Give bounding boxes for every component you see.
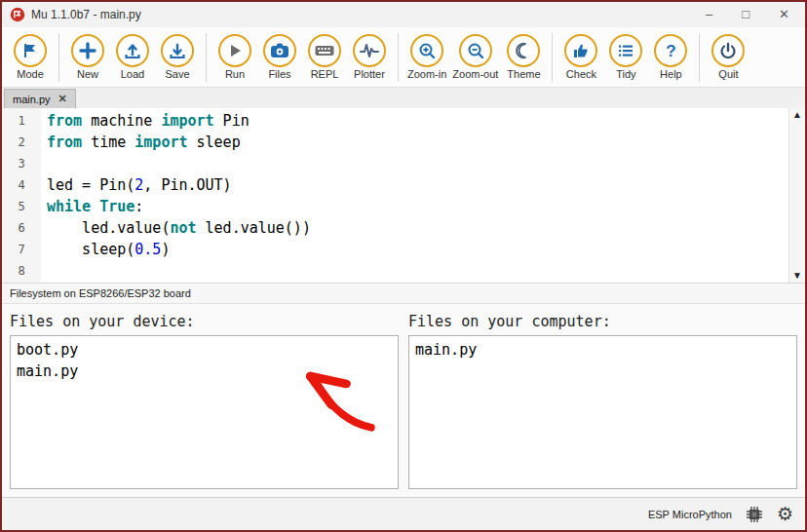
toolbar-button-label: Help [660, 68, 682, 80]
code-text: led = Pin(2, Pin.OUT) [41, 174, 232, 196]
tab-close-icon[interactable]: ✕ [58, 93, 67, 105]
files-pane: Files on your device: boot.pymain.py Fil… [2, 304, 805, 497]
line-number: 4 [2, 174, 41, 196]
device-file-list[interactable]: boot.pymain.py [10, 335, 399, 489]
status-bar: ESP MicroPython ⚙ [2, 497, 805, 530]
code-text [41, 153, 47, 174]
toolbar-separator [699, 33, 700, 82]
code-area[interactable]: 1from machine import Pin2from time impor… [2, 108, 788, 283]
title-bar: Mu 1.1.0b7 - main.py – □ ✕ [2, 2, 805, 27]
editor-scrollbar[interactable]: ▲ ▼ [788, 108, 805, 283]
new-button[interactable]: New [67, 34, 108, 80]
theme-icon [507, 34, 540, 67]
mode-icon [14, 34, 47, 67]
file-item[interactable]: main.py [415, 339, 790, 361]
run-button[interactable]: Run [214, 34, 255, 80]
computer-files-title: Files on your computer: [408, 310, 797, 335]
maximize-button[interactable]: □ [742, 2, 749, 27]
code-line[interactable]: 4led = Pin(2, Pin.OUT) [2, 174, 788, 196]
plotter-button[interactable]: Plotter [349, 34, 390, 80]
window-controls: – □ ✕ [706, 2, 797, 27]
toolbar-button-label: Mode [17, 68, 44, 80]
zoom-in-button[interactable]: Zoom-in [406, 34, 447, 80]
line-number: 6 [2, 217, 41, 239]
toolbar-button-label: Plotter [354, 68, 385, 80]
toolbar-separator [58, 33, 59, 82]
code-text: sleep(0.5) [41, 239, 170, 260]
code-line[interactable]: 2from time import sleep [2, 132, 788, 153]
toolbar-button-label: Files [268, 68, 290, 80]
code-text [41, 260, 47, 282]
tidy-button[interactable]: Tidy [605, 34, 646, 80]
zoom-out-button[interactable]: Zoom-out [451, 34, 499, 80]
load-icon [116, 34, 149, 67]
line-number: 1 [2, 110, 41, 132]
toolbar-button-label: Zoom-out [452, 68, 498, 80]
minimize-button[interactable]: – [706, 2, 712, 27]
save-button[interactable]: Save [157, 34, 198, 80]
help-button[interactable]: ? Help [650, 34, 691, 80]
theme-button[interactable]: Theme [503, 34, 544, 80]
code-line[interactable]: 5while True: [2, 196, 788, 217]
tidy-icon [609, 34, 642, 67]
device-files-column: Files on your device: boot.pymain.py [10, 310, 399, 489]
save-icon [161, 34, 194, 67]
gear-icon[interactable]: ⚙ [777, 505, 793, 523]
chip-icon[interactable] [746, 506, 763, 523]
line-number: 7 [2, 239, 41, 260]
toolbar-button-label: Quit [718, 68, 738, 80]
device-files-title: Files on your device: [10, 310, 399, 335]
help-icon: ? [654, 34, 687, 67]
status-mode-label: ESP MicroPython [648, 509, 732, 520]
zoom-out-icon [459, 34, 492, 67]
new-icon [71, 34, 104, 67]
toolbar-button-label: Tidy [616, 68, 635, 80]
computer-files-column: Files on your computer: main.py [408, 310, 797, 489]
line-number: 5 [2, 196, 41, 217]
mu-logo-icon [10, 7, 25, 22]
load-button[interactable]: Load [112, 34, 153, 80]
toolbar-button-label: Theme [507, 68, 540, 80]
toolbar-separator [552, 33, 553, 82]
run-icon [218, 34, 251, 67]
toolbar-button-label: REPL [311, 68, 339, 80]
line-number: 3 [2, 153, 41, 174]
quit-icon [711, 34, 745, 67]
repl-icon [308, 34, 341, 67]
line-number: 8 [2, 260, 41, 282]
scroll-down-icon[interactable]: ▼ [792, 269, 802, 283]
tab-label: main.py [13, 94, 51, 105]
check-button[interactable]: Check [560, 34, 601, 80]
mu-editor-window: Mu 1.1.0b7 - main.py – □ ✕ Mode New Load [0, 0, 807, 532]
code-text: led.value(not led.value()) [41, 217, 311, 239]
zoom-in-icon [410, 34, 443, 67]
computer-file-list[interactable]: main.py [408, 335, 797, 489]
toolbar: Mode New Load Save Run [2, 27, 805, 88]
tab-main-py[interactable]: main.py ✕ [4, 89, 76, 108]
code-line[interactable]: 1from machine import Pin [2, 110, 788, 132]
toolbar-button-label: Check [566, 68, 596, 80]
code-text: from time import sleep [41, 132, 241, 153]
code-editor[interactable]: 1from machine import Pin2from time impor… [2, 108, 805, 283]
close-button[interactable]: ✕ [779, 2, 789, 27]
toolbar-button-label: Zoom-in [407, 68, 446, 80]
file-item[interactable]: boot.py [17, 339, 392, 361]
toolbar-separator [206, 33, 207, 82]
file-item[interactable]: main.py [17, 361, 392, 382]
scroll-up-icon[interactable]: ▲ [792, 108, 802, 122]
toolbar-button-label: Save [165, 68, 189, 80]
files-button[interactable]: Files [259, 34, 300, 80]
files-icon [263, 34, 296, 67]
code-line[interactable]: 3 [2, 153, 788, 174]
code-line[interactable]: 7 sleep(0.5) [2, 239, 788, 260]
line-number: 2 [2, 132, 41, 153]
quit-button[interactable]: Quit [708, 34, 749, 80]
filesystem-header: Filesystem on ESP8266/ESP32 board [2, 283, 805, 304]
code-text: while True: [41, 196, 143, 217]
repl-button[interactable]: REPL [304, 34, 345, 80]
code-line[interactable]: 8 [2, 260, 788, 282]
mode-button[interactable]: Mode [10, 34, 51, 80]
code-line[interactable]: 6 led.value(not led.value()) [2, 217, 788, 239]
toolbar-button-label: Load [121, 68, 144, 80]
tab-bar: main.py ✕ [2, 88, 805, 108]
